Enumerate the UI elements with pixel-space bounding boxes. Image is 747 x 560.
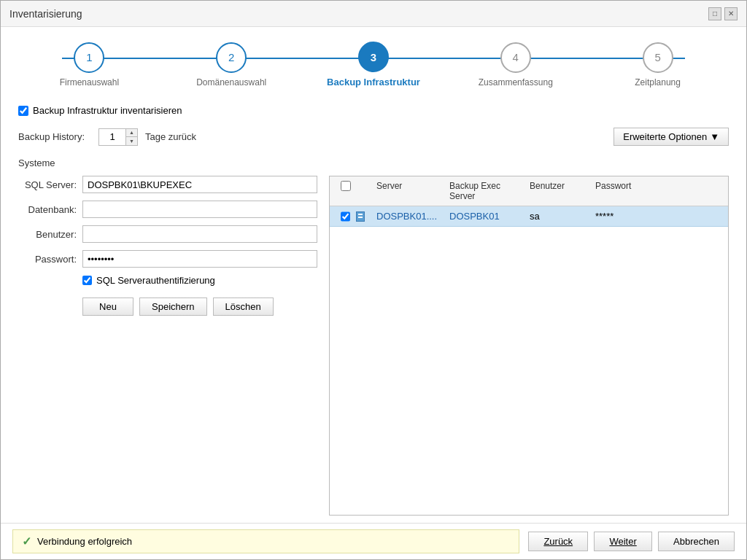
sql-auth-row: SQL Serverauthentifizierung — [82, 275, 317, 286]
status-area: ✓ Verbindung erfolgreich — [12, 529, 519, 553]
zurueck-button[interactable]: Zurück — [528, 532, 588, 551]
tage-zurück-label: Tage zurück — [145, 131, 196, 142]
step-3-circle: 3 — [358, 42, 389, 72]
datenbank-input[interactable]: BEDB — [82, 201, 317, 218]
step-4: 4 Zusammenfassung — [444, 42, 587, 88]
row-server: DOSPBK01.... — [371, 209, 444, 223]
step-1-label: Firmenauswahl — [60, 77, 119, 88]
th-backup-exec-server: Backup Exec Server — [444, 179, 524, 203]
step-5-label: Zeitplanung — [635, 77, 681, 88]
th-checkbox — [330, 179, 350, 203]
row-icon-cell — [350, 210, 371, 223]
backup-history-row: Backup History: 1 ▲ ▼ Tage zurück Erweit… — [18, 128, 729, 146]
benutzer-row: Benutzer: sa — [18, 225, 317, 243]
status-text: Verbindung erfolgreich — [37, 536, 132, 547]
systeme-label: Systeme — [18, 158, 729, 168]
benutzer-input[interactable]: sa — [82, 225, 317, 243]
sql-server-row: SQL Server: DOSPBK01\BKUPEXEC — [18, 176, 317, 193]
spinner-down-button[interactable]: ▼ — [126, 137, 137, 145]
backup-infra-checkbox-label: Backup Infrastruktur inventarisieren — [33, 105, 182, 116]
sql-auth-checkbox[interactable] — [82, 276, 92, 285]
benutzer-label: Benutzer: — [18, 229, 77, 240]
step-4-label: Zusammenfassung — [479, 77, 553, 88]
table-header: Server Backup Exec Server Benutzer Passw… — [330, 176, 728, 206]
speichern-button[interactable]: Speichern — [139, 298, 207, 316]
step-2-label: Domänenauswahl — [196, 77, 266, 88]
main-area: Backup Infrastruktur inventarisieren Bac… — [18, 105, 729, 516]
step-4-circle: 4 — [500, 42, 531, 73]
weiter-button[interactable]: Weiter — [594, 532, 652, 551]
stepper: 1 Firmenauswahl 2 Domänenauswahl 3 Backu… — [18, 42, 729, 88]
sql-server-label: SQL Server: — [18, 179, 77, 190]
weiter-label: Weiter — [609, 536, 636, 547]
zurueck-label: Zurück — [543, 536, 573, 547]
row-checkbox-cell — [330, 210, 350, 223]
backup-history-spinner: 1 ▲ ▼ — [98, 128, 138, 146]
th-benutzer: Benutzer — [524, 179, 589, 203]
right-panel: Server Backup Exec Server Benutzer Passw… — [329, 176, 729, 516]
row-passwort: ***** — [589, 209, 655, 223]
check-icon: ✓ — [22, 534, 31, 548]
step-3: 3 Backup Infrastruktur — [303, 42, 445, 88]
backup-history-label: Backup History: — [18, 131, 91, 142]
close-button[interactable]: ✕ — [724, 7, 738, 20]
step-3-label: Backup Infrastruktur — [327, 77, 420, 88]
step-1-circle: 1 — [74, 42, 104, 73]
th-server: Server — [371, 179, 444, 203]
th-icon — [350, 179, 371, 203]
header-checkbox[interactable] — [341, 181, 351, 191]
spinner-up-button[interactable]: ▲ — [126, 129, 137, 138]
datenbank-row: Datenbank: BEDB — [18, 201, 317, 218]
abbrechen-label: Abbrechen — [673, 536, 719, 547]
footer-buttons: Zurück Weiter Abbrechen — [528, 532, 735, 551]
step-2-circle: 2 — [216, 42, 247, 73]
abbrechen-button[interactable]: Abbrechen — [658, 532, 735, 551]
left-panel: SQL Server: DOSPBK01\BKUPEXEC Datenbank:… — [18, 176, 317, 516]
window-controls: □ ✕ — [708, 7, 738, 20]
main-window: Inventarisierung □ ✕ 1 Firmenauswahl 2 D… — [0, 0, 747, 560]
spinner-arrows: ▲ ▼ — [125, 129, 137, 145]
löschen-button[interactable]: Löschen — [213, 298, 274, 316]
action-buttons: Neu Speichern Löschen — [82, 298, 317, 316]
table-row[interactable]: DOSPBK01.... DOSPBK01 sa ***** — [330, 206, 728, 227]
window-title: Inventarisierung — [9, 8, 82, 20]
step-5-circle: 5 — [643, 42, 673, 73]
passwort-row: Passwort: — [18, 250, 317, 268]
neu-button[interactable]: Neu — [82, 298, 133, 316]
server-icon — [356, 211, 365, 222]
sql-server-input[interactable]: DOSPBK01\BKUPEXEC — [82, 176, 317, 193]
datenbank-label: Datenbank: — [18, 204, 77, 215]
erweiterte-optionen-button[interactable]: Erweiterte Optionen ▼ — [614, 128, 729, 146]
row-benutzer: sa — [524, 209, 589, 223]
passwort-input[interactable] — [82, 250, 317, 268]
backup-infra-checkbox-row: Backup Infrastruktur inventarisieren — [18, 105, 729, 116]
backup-infra-checkbox[interactable] — [18, 106, 28, 116]
step-2: 2 Domänenauswahl — [160, 42, 303, 88]
content-area: 1 Firmenauswahl 2 Domänenauswahl 3 Backu… — [1, 27, 746, 516]
columns-area: SQL Server: DOSPBK01\BKUPEXEC Datenbank:… — [18, 176, 729, 516]
minimize-button[interactable]: □ — [708, 7, 721, 20]
th-passwort: Passwort — [589, 179, 655, 203]
step-5: 5 Zeitplanung — [587, 42, 729, 88]
backup-history-input[interactable]: 1 — [99, 129, 125, 145]
title-bar: Inventarisierung □ ✕ — [1, 1, 746, 27]
passwort-label: Passwort: — [18, 254, 77, 265]
sql-auth-label: SQL Serverauthentifizierung — [96, 275, 215, 286]
dropdown-arrow-icon: ▼ — [710, 131, 719, 142]
step-1: 1 Firmenauswahl — [18, 42, 160, 88]
row-checkbox[interactable] — [341, 211, 350, 222]
footer: ✓ Verbindung erfolgreich Zurück Weiter A… — [1, 523, 746, 559]
row-backup-exec: DOSPBK01 — [444, 209, 524, 223]
